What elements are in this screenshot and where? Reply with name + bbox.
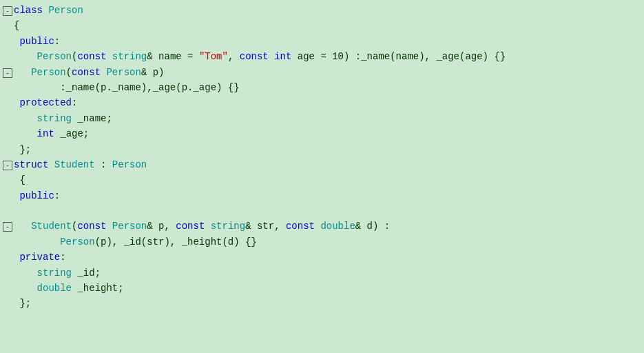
code-normal: _height; [72,283,124,294]
code-line: - struct Student : Person [0,157,644,172]
punctuation: ( [66,67,72,78]
code-text: string _name; [14,111,641,126]
type-name: Person [112,159,147,170]
code-line: - Student(const Person& p, const string&… [0,219,644,234]
code-normal: _id; [72,268,101,279]
fold-icon[interactable]: - [3,222,12,232]
code-normal: & p, [147,221,176,232]
code-normal: _age; [54,128,89,139]
type-name: double [37,283,72,294]
type-name: Student [54,159,95,170]
keyword: const [176,221,210,232]
code-line [0,203,644,219]
code-line: protected: [0,95,644,110]
keyword: struct [14,159,54,170]
code-line: string _name; [0,111,644,126]
keyword: protected [19,97,72,108]
code-text: public: [14,188,641,203]
code-line: - class Person [0,3,644,18]
fold-icon[interactable]: - [3,161,12,170]
code-text: Person(const Person& p) [14,65,641,80]
type-name: Person [31,67,65,78]
type-name: string [37,268,72,279]
type-name: Person [37,51,72,62]
code-text: Person(p), _id(str), _height(d) {} [14,234,641,250]
code-text: class Person [14,3,641,18]
keyword: const [240,51,274,62]
code-text: { [14,18,641,33]
code-line: { [0,18,644,33]
code-text: private: [14,250,641,265]
code-text: }; [14,142,641,157]
code-text: double _height; [14,281,641,296]
code-text: protected: [14,95,641,110]
code-text: struct Student : Person [14,157,641,172]
type-name: Person [60,236,94,248]
punctuation: : [60,252,65,263]
code-text: public: [14,34,641,49]
code-normal: & name = [147,51,199,62]
code-line: :_name(p._name),_age(p._age) {} [0,80,644,95]
code-line: string _id; [0,265,644,281]
punctuation: : [72,97,77,108]
brace: { [14,20,19,31]
type-name: string [112,51,147,62]
code-normal: : [95,159,112,170]
keyword: const [72,67,106,78]
code-normal: & p) [141,67,165,78]
code-normal: , [228,51,240,62]
code-editor: - class Person { public: Person(const st… [0,0,644,353]
type-name: Student [31,221,72,232]
code-text: int _age; [14,126,641,141]
keyword: const [286,221,320,232]
keyword: const [77,221,112,232]
keyword: const [77,51,112,62]
code-text: { [14,172,641,188]
code-line: public: [0,188,644,203]
code-text [14,203,641,219]
code-line: int _age; [0,126,644,141]
keyword: class [14,5,48,16]
brace: { [14,174,25,185]
code-text: :_name(p._name),_age(p._age) {} [14,80,641,95]
keyword: public [19,36,54,47]
code-line: public: [0,34,644,49]
type-name: double [320,221,355,232]
type-name: Person [106,67,141,78]
string-literal: "Tom" [199,51,228,62]
fold-icon[interactable]: - [3,6,12,16]
fold-icon[interactable]: - [3,68,12,78]
code-text: Student(const Person& p, const string& s… [14,219,641,234]
code-text: string _id; [14,265,641,281]
code-line: { [0,172,644,188]
code-normal: & d) : [355,221,390,232]
keyword: public [19,190,54,201]
code-line: Person(p), _id(str), _height(d) {} [0,234,644,250]
code-line: }; [0,296,644,311]
code-text: Person(const string& name = "Tom", const… [14,49,641,64]
type-name: string [211,221,245,232]
code-text: }; [14,296,641,311]
type-name: string [37,113,72,124]
punctuation: : [54,36,60,47]
keyword: int [274,51,291,62]
keyword: private [19,252,60,263]
code-normal: _name; [72,113,112,124]
code-normal: }; [19,298,31,309]
code-normal: }; [19,144,31,155]
keyword: int [37,128,54,139]
punctuation: : [54,190,60,201]
type-name: Person [48,5,83,16]
code-normal: :_name(p._name),_age(p._age) {} [60,82,239,93]
code-line: double _height; [0,281,644,296]
type-name: Person [112,221,147,232]
code-line: - Person(const Person& p) [0,65,644,80]
code-line: private: [0,250,644,265]
code-normal: age = 10) :_name(name), _age(age) {} [291,51,506,62]
code-line: }; [0,142,644,157]
code-line: Person(const string& name = "Tom", const… [0,49,644,64]
code-normal: & str, [245,221,286,232]
code-normal: (p), _id(str), _height(d) {} [95,236,257,248]
